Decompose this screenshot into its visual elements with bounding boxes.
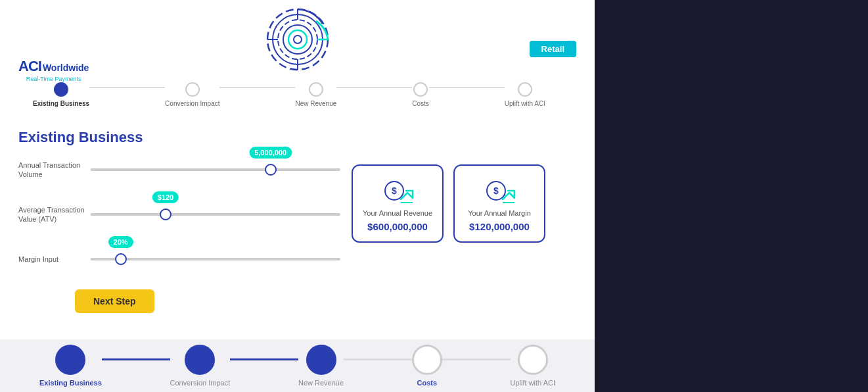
slider-1-filled — [91, 168, 271, 171]
slider-2-label: Average Transaction Value (ATV) — [18, 205, 91, 224]
next-step-button[interactable]: Next Step — [75, 289, 154, 313]
logo-aci-text: ACI — [18, 58, 41, 75]
step-line-3 — [336, 87, 412, 88]
step-2-circle — [185, 82, 200, 97]
slider-1-tooltip: 5,000,000 — [249, 147, 292, 159]
step-1-label: Existing Business — [33, 100, 89, 107]
margin-icon: $ — [483, 176, 516, 209]
step-2-label: Conversion Impact — [165, 100, 219, 107]
bottom-step-line-4 — [442, 358, 511, 360]
slider-2-track-container[interactable]: $120 — [91, 201, 340, 228]
slider-3-tooltip: 20% — [108, 236, 133, 248]
result-cards: $ Your Annual Revenue $600,000,000 $ You… — [352, 164, 545, 243]
step-4-circle — [413, 82, 428, 97]
bottom-step-line-3 — [344, 358, 412, 360]
revenue-icon: $ — [381, 176, 414, 209]
slider-1-track-container[interactable]: 5,000,000 — [91, 157, 340, 183]
result-card-2-value: $120,000,000 — [469, 221, 530, 232]
bottom-step-5[interactable]: Uplift with ACI — [511, 345, 555, 387]
bottom-step-1-label: Existing Business — [39, 379, 102, 387]
bottom-step-4-label: Costs — [417, 379, 438, 387]
result-card-1: $ Your Annual Revenue $600,000,000 — [352, 164, 444, 243]
slider-3-track-container[interactable]: 20% — [91, 246, 340, 272]
logo-worldwide-text: Worldwide — [43, 62, 89, 73]
slider-3-thumb[interactable]: 20% — [115, 253, 127, 265]
svg-text:$: $ — [392, 185, 397, 196]
result-card-2-label: Your Annual Margin — [468, 209, 531, 217]
slider-1-track — [91, 168, 340, 171]
section-title: Existing Business — [18, 129, 143, 146]
slider-row-1: Annual Transaction Volume 5,000,000 — [18, 157, 340, 183]
bottom-step-5-circle — [518, 345, 548, 375]
progress-steps-top: Existing Business Conversion Impact New … — [33, 82, 545, 107]
bottom-step-4[interactable]: Costs — [412, 345, 442, 387]
bottom-step-1-circle — [55, 345, 85, 375]
bottom-step-2-circle — [185, 345, 215, 375]
svg-point-1 — [273, 14, 323, 64]
center-icon — [265, 7, 331, 72]
bottom-step-3-label: New Revenue — [298, 379, 344, 387]
bottom-step-2[interactable]: Conversion Impact — [170, 345, 231, 387]
slider-row-2: Average Transaction Value (ATV) $120 — [18, 201, 340, 228]
step-2[interactable]: Conversion Impact — [165, 82, 219, 107]
step-3-label: New Revenue — [295, 100, 336, 107]
step-5-circle — [518, 82, 532, 97]
result-card-2: $ Your Annual Margin $120,000,000 — [453, 164, 545, 243]
step-line-1 — [89, 87, 165, 88]
slider-3-track — [91, 258, 340, 260]
right-panel — [595, 0, 868, 392]
slider-2-filled — [91, 213, 166, 216]
step-5[interactable]: Uplift with ACI — [505, 82, 545, 107]
svg-text:$: $ — [493, 185, 499, 196]
logo-area: ACI Worldwide Real-Time Payments — [18, 58, 89, 82]
step-3-circle — [309, 82, 323, 97]
slider-row-3: Margin Input 20% — [18, 246, 340, 272]
step-1[interactable]: Existing Business — [33, 82, 89, 107]
sliders-area: Annual Transaction Volume 5,000,000 Aver… — [18, 157, 340, 291]
slider-2-thumb[interactable]: $120 — [160, 208, 171, 220]
retail-badge[interactable]: Retail — [530, 41, 576, 57]
result-card-1-value: $600,000,000 — [367, 221, 428, 232]
bottom-step-1[interactable]: Existing Business — [39, 345, 102, 387]
step-4[interactable]: Costs — [412, 82, 429, 107]
main-card: ACI Worldwide Real-Time Payments Retail — [0, 0, 595, 392]
step-line-2 — [219, 87, 295, 88]
svg-point-3 — [283, 25, 312, 54]
step-3[interactable]: New Revenue — [295, 82, 336, 107]
bottom-step-4-circle — [412, 345, 442, 375]
step-line-4 — [429, 87, 505, 88]
step-1-circle — [54, 82, 68, 97]
result-card-1-label: Your Annual Revenue — [363, 209, 432, 217]
slider-2-track — [91, 213, 340, 216]
slider-1-thumb[interactable]: 5,000,000 — [265, 164, 277, 176]
bottom-step-line-1 — [102, 358, 170, 360]
svg-point-5 — [294, 36, 302, 43]
step-5-label: Uplift with ACI — [505, 100, 545, 107]
bottom-step-3[interactable]: New Revenue — [298, 345, 344, 387]
bottom-progress: Existing Business Conversion Impact New … — [0, 339, 595, 392]
bottom-step-2-label: Conversion Impact — [170, 379, 231, 387]
slider-1-label: Annual Transaction Volume — [18, 160, 91, 180]
logo-aci: ACI Worldwide — [18, 58, 89, 75]
svg-point-4 — [288, 30, 307, 49]
bottom-step-line-2 — [230, 358, 298, 360]
slider-2-tooltip: $120 — [152, 191, 179, 203]
slider-3-label: Margin Input — [18, 255, 91, 264]
bottom-step-5-label: Uplift with ACI — [511, 379, 555, 387]
step-4-label: Costs — [412, 100, 429, 107]
bottom-step-3-circle — [306, 345, 336, 375]
logo-subtitle: Real-Time Payments — [18, 76, 89, 82]
